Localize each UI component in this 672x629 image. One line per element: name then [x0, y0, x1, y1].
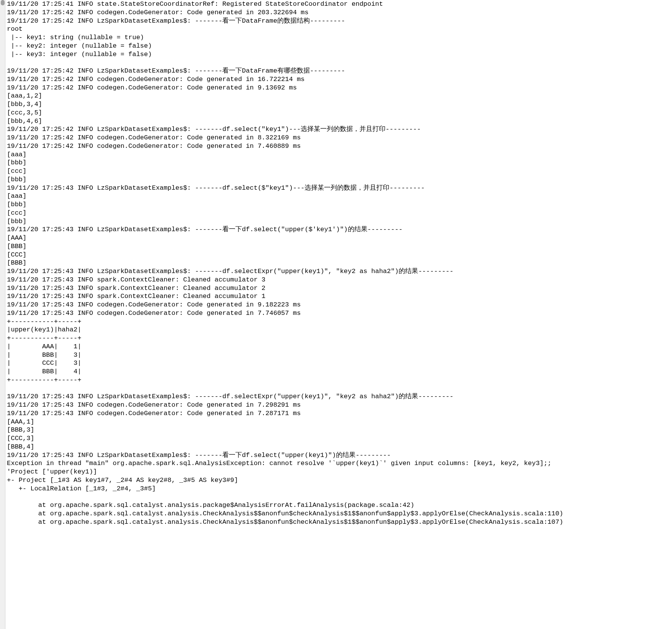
vertical-scrollbar-thumb[interactable] — [1, 0, 5, 5]
console-output: 19/11/20 17:25:41 INFO state.StateStoreC… — [5, 0, 672, 629]
vertical-scrollbar-track[interactable] — [0, 0, 5, 629]
